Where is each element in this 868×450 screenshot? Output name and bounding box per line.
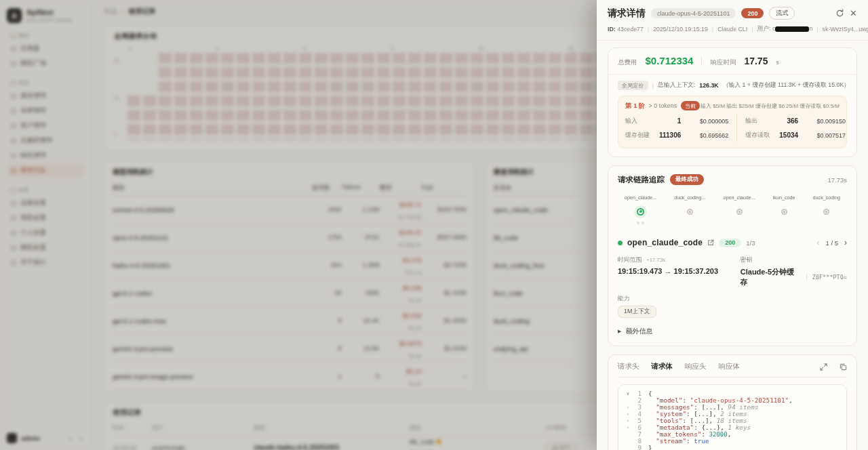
trace-node[interactable]: open_claude... bbox=[724, 195, 755, 226]
trace-node-label: open_claude... bbox=[724, 195, 755, 201]
pricing-tier-box: 第 1 阶 > 0 tokens 当前 输入 $5/M 输出 $25/M 缓存创… bbox=[618, 96, 847, 148]
cost-card: 总费用 $0.712334 响应时间 17.75 s 全局定价 | 总输入上下文… bbox=[608, 47, 857, 157]
panel-title: 请求详情 bbox=[608, 7, 646, 20]
tier-rates: 输入 $5/M 输出 $25/M 缓存创建 $6.25/M 缓存读取 $0.5/… bbox=[701, 102, 840, 110]
channel-status-code: 200 bbox=[719, 239, 741, 247]
trace-node-label: duck_coding... bbox=[674, 195, 705, 201]
payload-viewer-card: 请求头请求体响应头响应体 ∨1{2 "model": "claude-opus-… bbox=[608, 354, 857, 450]
context-detail: （输入 1 + 缓存创建 111.3K + 缓存读取 15.0K） bbox=[723, 81, 850, 89]
trace-title: 请求链路追踪 bbox=[618, 175, 665, 185]
payload-tabs: 请求头请求体响应头响应体 bbox=[618, 362, 847, 377]
trace-node-row: open_claude... duck_coding... open_claud… bbox=[618, 195, 847, 226]
latency-label: 响应时间 bbox=[710, 58, 736, 67]
time-range-label: 时间范围 bbox=[618, 256, 642, 263]
status-code-badge: 200 bbox=[741, 8, 764, 18]
final-success-badge: 最终成功 bbox=[670, 174, 704, 185]
trace-node-label: ikun_code bbox=[773, 195, 795, 201]
tier-range: > 0 tokens bbox=[649, 102, 677, 109]
current-tier-badge: 当前 bbox=[681, 101, 700, 110]
attempt-count: 1/3 bbox=[746, 239, 755, 247]
line-number: 9 bbox=[632, 445, 642, 450]
context-total: 126.3K bbox=[699, 82, 718, 89]
request-detail-panel: 请求详情 claude-opus-4-5-20251101 200 流式 ✕ I… bbox=[597, 0, 868, 450]
tier-usage-cell: 输出 366 $0.009150 bbox=[736, 114, 846, 128]
fold-chevron-icon bbox=[624, 438, 632, 445]
tier-usage-cell: 缓存读取 15034 $0.007517 bbox=[736, 128, 846, 142]
api-key-masked: sk-WvzISy4...uwgB bbox=[823, 26, 868, 33]
key-label: 密钥 bbox=[741, 256, 847, 264]
chevron-right-icon: ▶ bbox=[618, 329, 621, 334]
fold-chevron-icon bbox=[624, 397, 632, 404]
request-meta-row: ID: 43cede77 | 2025/12/10 19:15:19 | Cla… bbox=[608, 25, 857, 33]
time-delta: +17.73s bbox=[646, 257, 665, 263]
trace-node-label: duck_coding bbox=[813, 195, 840, 201]
key-masked-value: Z0F***PT0= bbox=[812, 274, 847, 281]
code-line: 9} bbox=[624, 445, 841, 450]
expand-icon[interactable] bbox=[820, 363, 827, 371]
user-field: 用户: cn bbox=[757, 25, 812, 33]
key-name: Claude-5分钟缓存 bbox=[741, 267, 801, 287]
tier-name: 第 1 阶 bbox=[625, 102, 646, 110]
trace-duration: 17.73s bbox=[827, 176, 847, 184]
model-badge: claude-opus-4-5-20251101 bbox=[651, 8, 736, 18]
trace-node[interactable]: ikun_code bbox=[773, 195, 795, 226]
payload-tab[interactable]: 响应体 bbox=[719, 362, 741, 371]
trace-node[interactable]: duck_coding bbox=[813, 195, 840, 226]
refresh-icon[interactable] bbox=[835, 9, 844, 18]
time-range-value: 19:15:19.473 → 19:15:37.203 bbox=[618, 267, 741, 275]
fold-chevron-icon[interactable]: › bbox=[624, 404, 632, 411]
tier-usage-cell: 输入 1 $0.000005 bbox=[625, 114, 736, 128]
redaction-bar bbox=[775, 26, 809, 32]
next-page-button[interactable]: › bbox=[844, 238, 847, 247]
channel-name: open_claude_code bbox=[627, 238, 703, 247]
prev-page-button[interactable]: ‹ bbox=[817, 238, 820, 247]
trace-node-label: open_claude... bbox=[625, 195, 656, 201]
page-indicator: 1 / 5 bbox=[826, 239, 839, 247]
fold-chevron-icon[interactable]: › bbox=[624, 417, 632, 424]
total-fee: $0.712334 bbox=[646, 55, 694, 66]
global-pricing-badge: 全局定价 bbox=[618, 81, 648, 90]
close-icon[interactable]: ✕ bbox=[850, 8, 857, 18]
fee-label: 总费用 bbox=[618, 58, 637, 67]
channel-status-dot bbox=[618, 241, 623, 245]
tier-usage-grid: 输入 1 $0.000005 输出 366 $0.009150 缓存创建 bbox=[625, 114, 840, 142]
fold-chevron-icon bbox=[624, 431, 632, 438]
request-id: 43cede77 bbox=[617, 26, 644, 33]
payload-tab[interactable]: 请求头 bbox=[618, 362, 639, 371]
capability-tag: 1M上下文 bbox=[618, 306, 656, 318]
trace-node[interactable]: duck_coding... bbox=[674, 195, 705, 226]
payload-tab[interactable]: 请求体 bbox=[652, 362, 673, 371]
stream-badge: 流式 bbox=[769, 7, 795, 20]
client-name: Claude CLI bbox=[717, 26, 747, 33]
code-lines: ∨1{2 "model": "claude-opus-4-5-20251101"… bbox=[618, 384, 847, 450]
fold-chevron-icon[interactable]: ∨ bbox=[624, 390, 632, 397]
trace-card: 请求链路追踪 最终成功 17.73s open_claude... duck_c… bbox=[608, 165, 857, 346]
fold-chevron-icon[interactable]: › bbox=[624, 411, 632, 417]
context-summary: 全局定价 | 总输入上下文: 126.3K （输入 1 + 缓存创建 111.3… bbox=[618, 81, 847, 90]
external-link-icon[interactable] bbox=[707, 239, 714, 246]
latency-value: 17.75 bbox=[744, 56, 768, 66]
copy-icon[interactable] bbox=[840, 363, 847, 371]
trace-node[interactable]: open_claude... bbox=[625, 195, 656, 226]
retry-dots bbox=[637, 222, 644, 226]
tier-usage-cell: 缓存创建 111306 $0.695662 bbox=[625, 128, 736, 142]
payload-tab[interactable]: 响应头 bbox=[685, 362, 707, 371]
capability-label: 能力 bbox=[618, 295, 847, 303]
fold-chevron-icon bbox=[624, 445, 632, 450]
code-line: 8 "stream": true bbox=[624, 438, 841, 445]
request-time: 2025/12/10 19:15:19 bbox=[653, 26, 708, 33]
extra-info-toggle[interactable]: ▶ 额外信息 bbox=[618, 327, 847, 336]
fold-chevron-icon[interactable]: › bbox=[624, 424, 632, 431]
